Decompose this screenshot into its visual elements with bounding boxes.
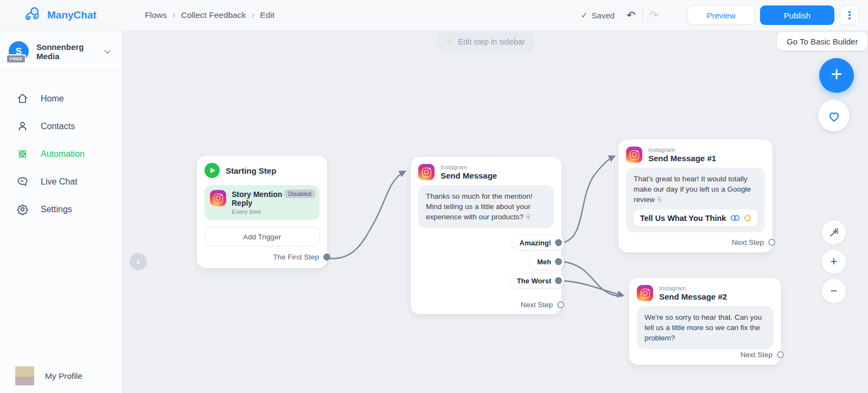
heart-icon	[827, 109, 841, 123]
saved-label: Saved	[591, 11, 615, 20]
next-step-port[interactable]	[557, 301, 564, 308]
profile-label: My Profile	[45, 371, 82, 381]
auto-arrange-button[interactable]	[821, 220, 846, 245]
quick-reply-meh[interactable]: Meh	[529, 255, 564, 269]
account-avatar: S FREE	[9, 41, 29, 61]
status-badge: Disabled	[284, 189, 315, 198]
publish-button[interactable]: Publish	[760, 5, 834, 25]
connection-dot[interactable]	[555, 258, 562, 265]
sidebar-expand-handle[interactable]: ›	[130, 253, 147, 270]
manychat-octopus-icon	[23, 5, 42, 25]
preview-button[interactable]: Preview	[687, 5, 754, 25]
save-status: ✓ Saved	[581, 10, 615, 20]
node-title: Starting Step	[226, 166, 276, 175]
redo-button[interactable]: ↷	[649, 10, 659, 21]
more-options-button[interactable]	[840, 5, 859, 25]
edit-step-hint: ☜ Edit step in sidebar	[437, 33, 533, 50]
message-text: That's great to hear! It would totally m…	[634, 175, 751, 204]
sidebar-item-live-chat[interactable]: Live Chat	[0, 168, 122, 195]
breadcrumb: Flows › Collect Feedback › Edit	[145, 10, 275, 21]
sidebar-item-settings[interactable]: Settings	[0, 195, 122, 223]
first-step-output: The First Step	[273, 253, 330, 261]
breadcrumb-flows[interactable]: Flows	[145, 10, 167, 20]
connection-dot[interactable]	[323, 253, 330, 261]
contacts-icon	[16, 120, 29, 132]
chat-bubble-icon	[16, 175, 29, 188]
my-profile[interactable]: My Profile	[0, 366, 122, 385]
add-node-button[interactable]: +	[819, 58, 854, 93]
gear-icon	[16, 203, 29, 215]
zoom-in-button[interactable]: +	[821, 249, 846, 274]
go-to-basic-builder-button[interactable]: Go To Basic Builder	[777, 32, 867, 50]
quick-reply-label: Meh	[537, 258, 551, 266]
account-name: Sonnenberg Media	[36, 42, 105, 61]
undo-button[interactable]: ↶	[627, 10, 636, 21]
node-send-message-1[interactable]: Instagram Send Message #1 That's great t…	[618, 140, 773, 252]
sidebar-item-automation[interactable]: Automation	[0, 140, 122, 168]
channel-label: Instagram	[648, 147, 716, 153]
favorites-button[interactable]	[818, 100, 850, 131]
breadcrumb-separator: ›	[251, 10, 254, 21]
add-trigger-button[interactable]: Add Trigger	[205, 227, 320, 246]
tell-us-button[interactable]: Tell Us What You Think	[634, 210, 757, 226]
node-send-message[interactable]: Instagram Send Message Thanks so much fo…	[411, 157, 561, 314]
button-connection-port[interactable]	[744, 215, 751, 221]
next-step-output: Next Step	[732, 238, 775, 246]
quick-reply-label: Amazing!	[520, 239, 552, 247]
channel-label: Instagram	[659, 285, 727, 291]
brand-name: ManyChat	[47, 9, 97, 21]
profile-avatar	[15, 366, 34, 385]
sidebar-item-label: Settings	[41, 205, 72, 214]
sidebar: S FREE Sonnenberg Media Home Contacts Au…	[0, 31, 122, 393]
chevron-right-icon: ›	[137, 255, 140, 267]
next-step-port[interactable]	[777, 351, 784, 358]
node-starting-step[interactable]: Starting Step Story Mention Reply Every …	[197, 156, 327, 268]
zoom-out-button[interactable]: −	[821, 278, 846, 303]
plan-badge: FREE	[6, 54, 26, 64]
divider	[642, 9, 643, 22]
breadcrumb-flow-name[interactable]: Collect Feedback	[181, 10, 246, 20]
brand-logo[interactable]: ManyChat	[0, 0, 122, 30]
node-send-message-2[interactable]: Instagram Send Message #2 We're so sorry…	[629, 278, 781, 365]
quick-reply-the-worst[interactable]: The Worst	[509, 274, 564, 288]
sidebar-item-label: Live Chat	[41, 177, 78, 187]
sidebar-item-label: Contacts	[41, 122, 75, 131]
link-icon	[730, 214, 740, 221]
plus-icon: +	[831, 255, 838, 269]
next-step-output: Next Step	[741, 351, 784, 359]
node-title: Send Message	[441, 171, 497, 180]
next-step-port[interactable]	[768, 239, 775, 246]
breadcrumb-edit: Edit	[260, 10, 275, 20]
connection-dot[interactable]	[555, 239, 562, 246]
quick-reply-amazing[interactable]: Amazing!	[512, 236, 565, 250]
channel-label: Instagram	[441, 164, 497, 170]
starting-step-icon	[205, 163, 220, 178]
button-label: Tell Us What You Think	[640, 213, 726, 224]
sidebar-item-contacts[interactable]: Contacts	[0, 112, 122, 140]
breadcrumb-separator: ›	[172, 10, 175, 21]
plus-icon: +	[831, 63, 842, 86]
undo-icon: ↶	[627, 9, 636, 22]
kebab-icon	[848, 11, 851, 20]
message-bubble[interactable]: That's great to hear! It would totally m…	[626, 168, 765, 232]
home-icon	[16, 92, 29, 105]
instagram-icon	[418, 164, 435, 180]
node-title: Send Message #1	[648, 154, 716, 163]
sidebar-nav: Home Contacts Automation Live Chat Setti…	[0, 72, 122, 223]
next-step-label: Next Step	[732, 238, 764, 246]
check-icon: ✓	[581, 10, 588, 20]
message-bubble[interactable]: We're so sorry to hear that. Can you tel…	[637, 306, 774, 349]
instagram-icon	[210, 190, 226, 206]
account-switcher[interactable]: S FREE Sonnenberg Media	[0, 31, 122, 72]
node-title: Send Message #2	[659, 292, 727, 301]
output-label: The First Step	[273, 253, 319, 261]
message-bubble[interactable]: Thanks so much for the mention! Mind tel…	[418, 185, 554, 228]
quick-reply-label: The Worst	[517, 277, 551, 285]
connection-dot[interactable]	[555, 277, 562, 284]
pointing-hand-icon: ☜	[445, 36, 453, 47]
sidebar-item-label: Automation	[41, 149, 85, 159]
instagram-icon	[637, 285, 653, 301]
trigger-story-mention-reply[interactable]: Story Mention Reply Every time Disabled	[205, 185, 320, 220]
sidebar-item-home[interactable]: Home	[0, 85, 122, 112]
magic-wand-icon	[828, 227, 840, 238]
